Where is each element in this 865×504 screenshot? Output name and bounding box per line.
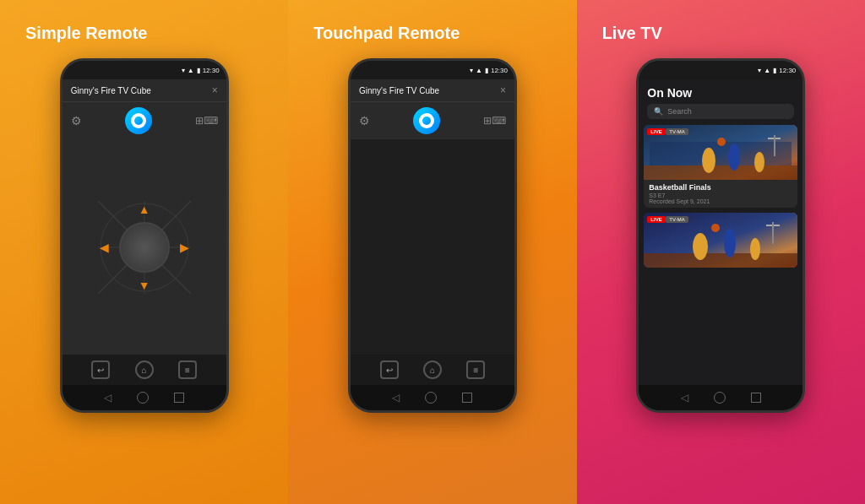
lt-hw-back[interactable]: ◁: [681, 392, 688, 404]
remote-toolbar: ⚙ ⊞ ⌨: [63, 102, 226, 139]
tp-close-button[interactable]: ×: [500, 84, 506, 96]
lt-status-icons: ▾ ▲ ▮ 12:30: [758, 67, 796, 74]
tp-back-icon: ↩: [386, 366, 393, 375]
on-now-label: On Now: [647, 86, 794, 100]
status-bar: ▾ ▲ ▮ 12:30: [63, 61, 226, 79]
hw-home-button[interactable]: [137, 392, 149, 404]
svg-point-16: [693, 233, 708, 260]
touchpad-remote-title: Touchpad Remote: [305, 24, 460, 43]
lt-hw-home[interactable]: [714, 392, 726, 404]
remote-header: Ginny's Fire TV Cube ×: [63, 79, 226, 102]
rating-badge-1: TV-MA: [666, 128, 688, 135]
time-display: 12:30: [203, 67, 220, 74]
svg-point-11: [717, 138, 726, 146]
hw-back-button[interactable]: ◁: [104, 392, 112, 404]
live-tv-title: Live TV: [594, 24, 662, 43]
tp-hw-recents[interactable]: [462, 393, 472, 403]
tp-system-nav: ↩ ⌂ ≡: [351, 355, 514, 385]
select-button[interactable]: [119, 222, 170, 273]
touchpad-surface[interactable]: [351, 139, 514, 355]
tp-home-button[interactable]: ⌂: [423, 360, 442, 379]
live-tv-panel: Live TV ▾ ▲ ▮ 12:30 On Now 🔍 Search: [577, 0, 865, 504]
tp-device-name: Ginny's Fire TV Cube: [359, 86, 439, 95]
svg-point-18: [750, 238, 760, 260]
channel-card-1[interactable]: LIVE TV-MA Basketball Finals S3 E7 Recor…: [644, 125, 797, 208]
svg-rect-13: [774, 135, 775, 156]
tp-hw-home[interactable]: [425, 392, 437, 404]
touchpad-remote-phone: ▾ ▲ ▮ 12:30 Ginny's Fire TV Cube × ⚙ ⊞ ⌨: [348, 58, 517, 413]
lt-battery-icon: ▮: [773, 67, 776, 74]
tp-status-bar: ▾ ▲ ▮ 12:30: [351, 61, 514, 79]
alexa-button[interactable]: [125, 107, 152, 134]
tp-settings-icon[interactable]: ⚙: [359, 114, 370, 127]
home-button[interactable]: ⌂: [135, 360, 154, 379]
menu-icon: ≡: [185, 366, 190, 375]
tp-keyboard-icon[interactable]: ⌨: [492, 115, 506, 127]
channel-name-1: Basketball Finals: [649, 183, 792, 192]
wifi-icon: ▲: [188, 67, 194, 74]
down-arrow[interactable]: ▼: [139, 279, 150, 292]
lt-status-bar: ▾ ▲ ▮ 12:30: [639, 61, 802, 79]
svg-rect-6: [644, 165, 797, 180]
search-bar[interactable]: 🔍 Search: [647, 104, 794, 119]
left-arrow[interactable]: ◀: [100, 241, 109, 254]
live-tv-phone: ▾ ▲ ▮ 12:30 On Now 🔍 Search: [636, 58, 805, 413]
tp-time: 12:30: [491, 67, 508, 74]
up-arrow[interactable]: ▲: [139, 203, 150, 216]
right-arrow[interactable]: ▶: [180, 241, 189, 254]
tp-hw-back[interactable]: ◁: [392, 392, 400, 404]
channel-info-1: Basketball Finals S3 E7 Recorded Sept 9,…: [644, 180, 797, 208]
svg-point-8: [702, 148, 715, 173]
dpad-area: ▲ ▼ ◀ ▶: [63, 139, 226, 355]
tp-toolbar: ⚙ ⊞ ⌨: [351, 102, 514, 139]
keyboard-icon[interactable]: ⌨: [204, 115, 218, 127]
remote-screen: Ginny's Fire TV Cube × ⚙ ⊞ ⌨: [63, 79, 226, 385]
status-icons: ▾ ▲ ▮ 12:30: [182, 67, 220, 74]
hw-recents-button[interactable]: [174, 393, 184, 403]
svg-rect-15: [644, 253, 797, 268]
channel-se-1: S3 E7: [649, 192, 792, 198]
svg-point-10: [754, 152, 764, 172]
search-icon: 🔍: [654, 107, 663, 116]
system-nav: ↩ ⌂ ≡: [63, 355, 226, 385]
tp-grid-icon[interactable]: ⊞: [483, 115, 492, 127]
dpad[interactable]: ▲ ▼ ◀ ▶: [98, 201, 191, 294]
tp-alexa-button[interactable]: [413, 107, 440, 134]
simple-remote-phone: ▾ ▲ ▮ 12:30 Ginny's Fire TV Cube × ⚙: [60, 58, 229, 413]
channel-thumbnail-2: LIVE TV-MA: [644, 213, 797, 268]
live-badge-2: LIVE: [647, 216, 665, 223]
touchpad-screen: Ginny's Fire TV Cube × ⚙ ⊞ ⌨ ↩: [351, 79, 514, 385]
settings-icon[interactable]: ⚙: [71, 114, 82, 127]
tp-menu-button[interactable]: ≡: [466, 360, 485, 379]
channel-recorded-1: Recorded Sept 9, 2021: [649, 198, 792, 204]
simple-remote-title: Simple Remote: [17, 24, 147, 43]
svg-point-9: [728, 144, 740, 171]
tp-status-icons: ▾ ▲ ▮ 12:30: [470, 67, 508, 74]
lt-time: 12:30: [779, 67, 796, 74]
device-name-label: Ginny's Fire TV Cube: [71, 86, 151, 95]
close-button[interactable]: ×: [212, 84, 218, 96]
back-button[interactable]: ↩: [91, 360, 110, 379]
lt-signal-icon: ▾: [758, 67, 761, 74]
tp-phone-nav-bar: ◁: [351, 385, 514, 410]
svg-point-17: [724, 229, 736, 257]
svg-rect-21: [772, 222, 774, 244]
channel-thumbnail-1: LIVE TV-MA: [644, 125, 797, 180]
channel-card-2[interactable]: LIVE TV-MA: [644, 213, 797, 268]
live-tv-screen: On Now 🔍 Search: [639, 79, 802, 385]
tp-battery-icon: ▮: [485, 67, 488, 74]
tp-wifi-icon: ▲: [476, 67, 482, 74]
tp-menu-icon: ≡: [473, 366, 478, 375]
svg-point-19: [711, 224, 720, 232]
touchpad-remote-panel: Touchpad Remote ▾ ▲ ▮ 12:30 Ginny's Fire…: [288, 0, 576, 504]
tp-back-button[interactable]: ↩: [380, 360, 399, 379]
back-icon: ↩: [97, 366, 104, 375]
grid-icon[interactable]: ⊞: [195, 115, 204, 127]
signal-icon: ▾: [182, 67, 185, 74]
tp-home-icon: ⌂: [430, 366, 435, 375]
lt-hw-recents[interactable]: [751, 393, 761, 403]
simple-remote-panel: Simple Remote ▾ ▲ ▮ 12:30 Ginny's Fire T…: [0, 0, 288, 504]
tp-signal-icon: ▾: [470, 67, 473, 74]
menu-button[interactable]: ≡: [178, 360, 197, 379]
battery-icon: ▮: [197, 67, 200, 74]
